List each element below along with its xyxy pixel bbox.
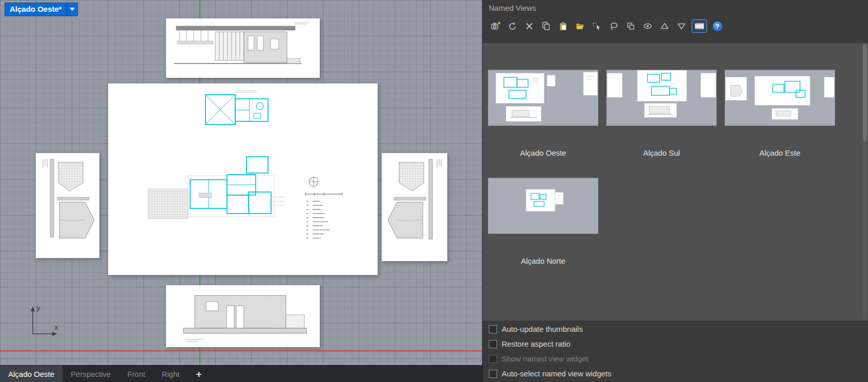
named-view-item-alcado-este[interactable]: Alçado Este xyxy=(725,70,835,157)
named-views-options: Auto-update thumbnails Restore aspect ra… xyxy=(483,321,868,382)
import-named-views-icon[interactable] xyxy=(573,20,587,32)
tab-label: Perspective xyxy=(71,370,111,378)
show-view-icon[interactable] xyxy=(641,20,654,32)
drawing-sheet-bottom-elevation xyxy=(166,285,320,347)
tab-perspective[interactable]: Perspective xyxy=(63,366,119,382)
viewport-title-tab[interactable]: Alçado Oeste* xyxy=(5,3,78,16)
scrollbar-track[interactable] xyxy=(863,44,867,320)
option-label: Auto-update thumbnails xyxy=(502,325,583,333)
viewport-tab-bar: Alçado Oeste Perspective Front Right + xyxy=(0,365,482,382)
copy-named-view-icon[interactable] xyxy=(540,20,553,32)
tab-label: Front xyxy=(127,370,145,378)
x-axis-line xyxy=(0,350,482,351)
duplicate-view-icon[interactable] xyxy=(624,20,637,32)
option-label: Auto-select named view widgets xyxy=(502,369,611,378)
axis-y-label: y xyxy=(36,303,40,312)
tab-alcado-oeste[interactable]: Alçado Oeste xyxy=(0,366,63,382)
named-view-thumbnail[interactable] xyxy=(725,70,835,126)
tab-front[interactable]: Front xyxy=(119,366,153,382)
drawing-sheet-left-elevation xyxy=(36,153,99,258)
named-view-item-alcado-sul[interactable]: Alçado Sul xyxy=(606,70,717,157)
scrollbar-thumb[interactable] xyxy=(863,44,867,141)
named-view-label: Alçado Norte xyxy=(521,257,566,265)
add-viewport-tab-button[interactable]: + xyxy=(191,366,206,382)
move-down-icon[interactable] xyxy=(675,20,688,32)
option-label: Restore aspect ratio xyxy=(502,339,570,348)
named-view-label: Alçado Sul xyxy=(643,148,680,157)
cplane-axis-indicator: y x xyxy=(26,302,63,340)
option-auto-select-named-view-widgets[interactable]: Auto-select named view widgets xyxy=(483,366,868,381)
panel-title: Named Views xyxy=(483,0,868,12)
named-view-label: Alçado Oeste xyxy=(520,148,566,157)
named-view-item-alcado-oeste[interactable]: Alçado Oeste xyxy=(488,70,598,157)
viewport-menu-caret-icon[interactable] xyxy=(67,3,77,15)
tab-right[interactable]: Right xyxy=(153,366,188,382)
lasso-select-icon[interactable] xyxy=(607,20,621,32)
delete-named-view-icon[interactable] xyxy=(523,20,536,32)
checkbox-show-named-view-widget xyxy=(489,355,497,363)
paste-named-view-icon[interactable] xyxy=(556,20,570,32)
restore-named-view-icon[interactable] xyxy=(506,20,519,32)
named-view-item-alcado-norte[interactable]: Alçado Norte xyxy=(488,178,598,265)
save-named-view-icon[interactable] xyxy=(489,20,502,32)
tab-label: Right xyxy=(161,370,179,378)
axis-x-label: x xyxy=(54,323,58,331)
checkbox-auto-update-thumbnails[interactable] xyxy=(489,325,497,333)
drawing-sheet-right-elevation xyxy=(382,153,447,261)
checkbox-auto-select-named-view-widgets[interactable] xyxy=(489,370,497,378)
named-view-label: Alçado Este xyxy=(759,148,800,157)
drawing-sheet-floor-plans xyxy=(108,83,378,275)
named-view-thumbnail[interactable] xyxy=(488,70,598,126)
named-view-thumbnail[interactable] xyxy=(488,178,598,234)
viewport-title: Alçado Oeste* xyxy=(5,3,67,15)
named-views-list: Alçado Oeste xyxy=(483,43,868,321)
drawing-sheet-top-elevation xyxy=(166,18,320,78)
option-show-named-view-widget: Show named view widget xyxy=(483,351,868,366)
named-views-panel: Named Views xyxy=(482,0,868,382)
thumbnail-display-toggle-icon[interactable] xyxy=(692,19,707,33)
question-mark-glyph: ? xyxy=(713,22,722,31)
checkbox-restore-aspect-ratio[interactable] xyxy=(489,340,497,348)
help-icon[interactable]: ? xyxy=(711,20,724,32)
pick-view-icon[interactable] xyxy=(590,20,604,32)
option-label: Show named view widget xyxy=(502,354,588,363)
plus-icon: + xyxy=(196,369,201,380)
move-up-icon[interactable] xyxy=(658,20,671,32)
viewport-canvas[interactable]: Alçado Oeste* y x xyxy=(0,0,482,365)
option-auto-update-thumbnails[interactable]: Auto-update thumbnails xyxy=(483,322,868,336)
named-view-thumbnail[interactable] xyxy=(606,70,717,126)
named-views-toolbar: ? xyxy=(483,12,868,35)
option-restore-aspect-ratio[interactable]: Restore aspect ratio xyxy=(483,336,868,351)
tab-label: Alçado Oeste xyxy=(8,370,54,378)
